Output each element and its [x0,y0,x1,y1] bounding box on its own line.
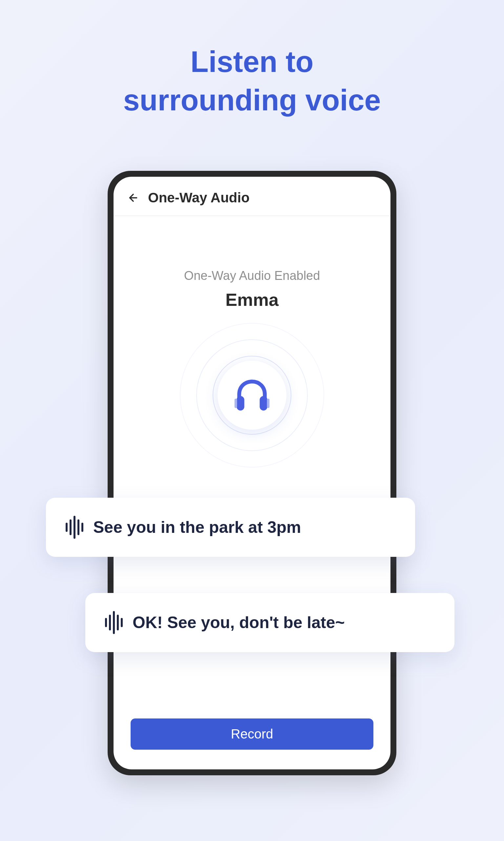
headphone-button[interactable] [218,361,286,430]
svg-rect-1 [259,396,267,411]
record-button[interactable]: Record [131,719,373,750]
waveform-icon [105,611,123,634]
back-button[interactable] [127,191,140,204]
message-card: OK! See you, don't be late~ [85,593,454,652]
promo-title-line1: Listen to [0,43,504,81]
svg-rect-3 [267,398,270,408]
message-text: See you in the park at 3pm [93,518,301,537]
promo-title: Listen to surrounding voice [0,0,504,120]
user-name: Emma [113,289,391,310]
record-button-label: Record [231,727,273,741]
phone-screen: One-Way Audio One-Way Audio Enabled Emma [113,177,391,769]
arrow-left-icon [127,192,139,204]
app-header: One-Way Audio [113,177,391,216]
content-area: One-Way Audio Enabled Emma [113,216,391,461]
message-card: See you in the park at 3pm [46,498,415,557]
page-title: One-Way Audio [148,190,250,206]
promo-title-line2: surrounding voice [0,81,504,120]
phone-frame: One-Way Audio One-Way Audio Enabled Emma [108,171,396,775]
svg-rect-2 [235,398,237,408]
message-text: OK! See you, don't be late~ [132,613,345,632]
status-text: One-Way Audio Enabled [113,269,391,283]
headphones-icon [231,374,273,416]
audio-visual [186,329,318,461]
svg-rect-0 [237,396,244,411]
waveform-icon [66,516,83,539]
